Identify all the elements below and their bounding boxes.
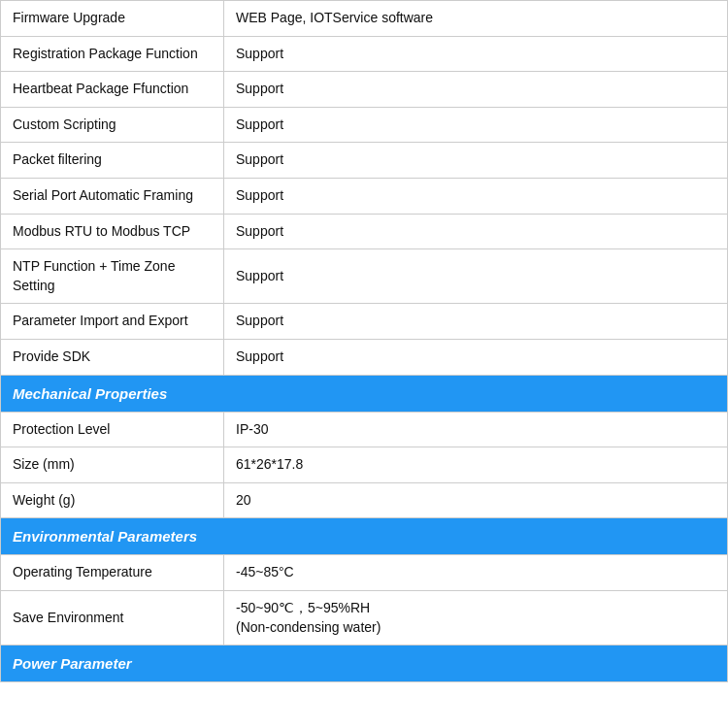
table-row: Protection LevelIP-30: [1, 412, 728, 447]
table-row: Size (mm)61*26*17.8: [1, 447, 728, 483]
table-row: Registration Package FunctionSupport: [1, 36, 728, 72]
row-label-2: Heartbeat Package Ffunction: [1, 72, 224, 108]
row-value-7: Support: [224, 249, 728, 304]
row-label-4: Packet filtering: [1, 143, 224, 179]
section-header-10: Mechanical Properties: [1, 375, 728, 412]
section-header-17: Power Parameter: [1, 645, 728, 682]
table-row: Provide SDKSupport: [1, 339, 728, 375]
section-header-14: Environmental Parameters: [1, 518, 728, 555]
table-row: Operating Temperature-45~85°C: [1, 555, 728, 591]
table-row: Parameter Import and ExportSupport: [1, 304, 728, 340]
row-label-3: Custom Scripting: [1, 107, 224, 143]
row-value-12: 61*26*17.8: [224, 447, 728, 483]
table-row: Custom ScriptingSupport: [1, 107, 728, 143]
row-label-16: Save Environment: [1, 590, 224, 645]
row-value-15: -45~85°C: [224, 555, 728, 591]
row-label-7: NTP Function + Time Zone Setting: [1, 249, 224, 304]
row-value-3: Support: [224, 107, 728, 143]
row-value-16: -50~90℃，5~95%RH(Non-condensing water): [224, 590, 728, 645]
row-value-9: Support: [224, 339, 728, 375]
row-label-15: Operating Temperature: [1, 555, 224, 591]
row-label-11: Protection Level: [1, 412, 224, 447]
row-value-5: Support: [224, 178, 728, 214]
row-label-6: Modbus RTU to Modbus TCP: [1, 214, 224, 249]
table-row: Save Environment-50~90℃，5~95%RH(Non-cond…: [1, 590, 728, 645]
row-value-4: Support: [224, 143, 728, 179]
row-label-8: Parameter Import and Export: [1, 304, 224, 340]
row-value-2: Support: [224, 72, 728, 108]
table-row: Serial Port Automatic FramingSupport: [1, 178, 728, 214]
row-label-13: Weight (g): [1, 482, 224, 518]
row-value-6: Support: [224, 214, 728, 249]
row-value-0: WEB Page, IOTService software: [224, 1, 728, 37]
table-row: NTP Function + Time Zone SettingSupport: [1, 249, 728, 304]
table-row: Modbus RTU to Modbus TCPSupport: [1, 214, 728, 249]
row-value-1: Support: [224, 36, 728, 72]
table-row: Packet filteringSupport: [1, 143, 728, 179]
table-row: Firmware UpgradeWEB Page, IOTService sof…: [1, 1, 728, 37]
specs-table: Firmware UpgradeWEB Page, IOTService sof…: [0, 0, 728, 682]
row-label-1: Registration Package Function: [1, 36, 224, 72]
row-label-5: Serial Port Automatic Framing: [1, 178, 224, 214]
row-label-12: Size (mm): [1, 447, 224, 483]
row-value-11: IP-30: [224, 412, 728, 447]
row-value-13: 20: [224, 482, 728, 518]
row-label-9: Provide SDK: [1, 339, 224, 375]
row-label-0: Firmware Upgrade: [1, 1, 224, 37]
row-value-8: Support: [224, 304, 728, 340]
table-row: Heartbeat Package FfunctionSupport: [1, 72, 728, 108]
table-row: Weight (g)20: [1, 482, 728, 518]
